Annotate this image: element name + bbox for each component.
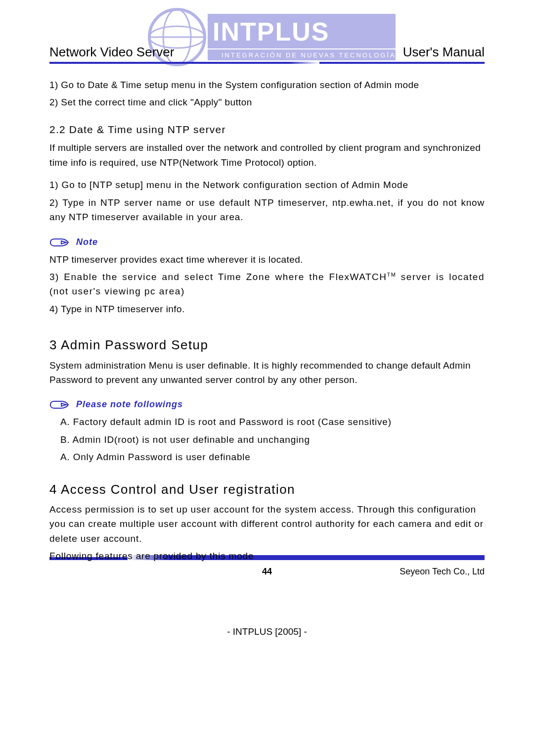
spacer [49,173,485,175]
section-3-para: System administration Menu is user defin… [49,358,485,387]
note-step-3a: 3) Enable the service and select Time Zo… [49,272,387,282]
please-note-header: Please note followings [49,398,485,412]
section-4-para2: Following features are provided by this … [49,549,485,563]
please-note-a: A. Factory default admin ID is root and … [60,415,485,429]
document-page: INTPLUS INTEGRACIÓN DE NUEVAS TECNOLOGÍA… [0,0,534,756]
please-note-list: A. Factory default admin ID is root and … [49,415,485,464]
footer-company: Seyeon Tech Co., Ltd [400,567,485,577]
section-2-2-step-2: 2) Type in NTP server name or use defaul… [49,195,485,225]
header-divider [49,62,485,64]
section-4-para: Access permission is to set up user acco… [49,502,485,546]
header-right: User's Manual [403,45,485,60]
page-number: 44 [262,567,272,577]
pointing-hand-icon [49,398,69,411]
section-4-title: 4 Access Control and User registration [49,479,485,499]
section-2-2-step-1: 1) Go to [NTP setup] menu in the Network… [49,178,485,192]
section-2-2-para: If multiple servers are installed over t… [49,141,485,170]
trademark-superscript: TM [387,272,396,278]
note-step-3: 3) Enable the service and select Time Zo… [49,270,485,299]
please-note-label: Please note followings [76,398,183,412]
section-2-2-title: 2.2 Date & Time using NTP server [49,122,485,138]
note-step-4: 4) Type in NTP timeserver info. [49,302,485,316]
intro-step-1: 1) Go to Date & Time setup menu in the S… [49,78,485,92]
note-header: Note [49,236,485,249]
pointing-hand-icon [49,236,69,249]
note-text: NTP timeserver provides exact time where… [49,252,485,267]
footer-bottom-tag: - INTPLUS [2005] - [227,626,307,637]
header-divider-fade [290,62,319,64]
note-label: Note [76,236,98,249]
section-3-title: 3 Admin Password Setup [49,335,485,355]
intro-step-2: 2) Set the correct time and click "Apply… [49,95,485,109]
body-content: 1) Go to Date & Time setup menu in the S… [49,78,485,564]
header-left: Network Video Server [49,45,174,60]
header-row: Network Video Server User's Manual [49,0,485,60]
please-note-b: B. Admin ID(root) is not user definable … [60,432,485,447]
please-note-c: A. Only Admin Password is user definable [60,450,485,464]
